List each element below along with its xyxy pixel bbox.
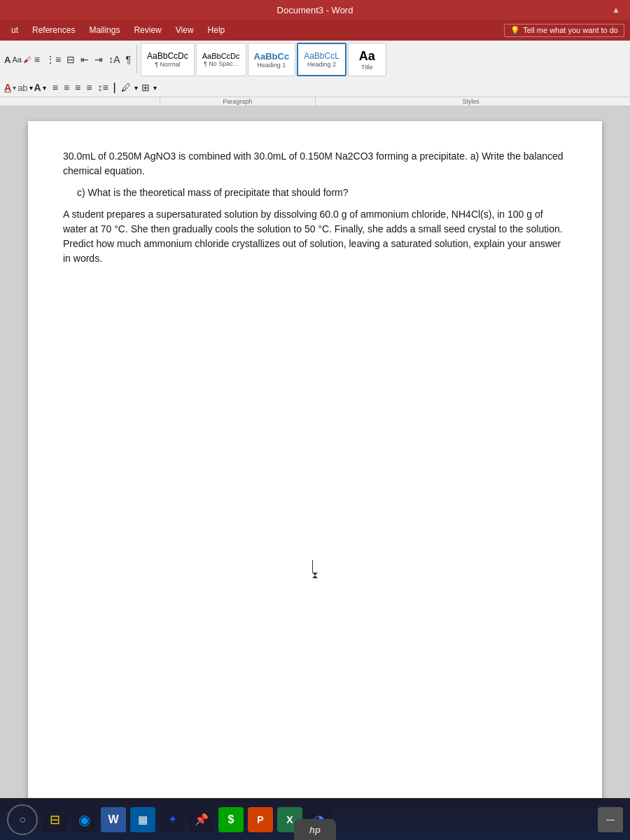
menu-layout[interactable]: ut bbox=[6, 22, 24, 38]
font-name-group: A Aa 🖌 bbox=[4, 55, 31, 65]
paintbucket-icon[interactable]: 🖌 bbox=[23, 55, 31, 64]
menu-bar: ut References Mailings Review View Help … bbox=[0, 20, 630, 41]
folder-icon: ⊟ bbox=[50, 812, 60, 827]
bullet-list-icon[interactable]: ≡ bbox=[32, 52, 42, 66]
taskbar-dropbox[interactable]: ✦ bbox=[160, 807, 185, 832]
style-nospace-preview: AaBbCcDc bbox=[202, 52, 240, 60]
numbered-list-icon[interactable]: ⋮≡ bbox=[43, 52, 63, 66]
document-page[interactable]: 30.0mL of 0.250M AgNO3 is combined with … bbox=[28, 121, 602, 826]
ribbon: A Aa 🖌 ≡ ⋮≡ ⊟ ⇤ ⇥ ↕A ¶ AaBbCcDc ¶ Normal bbox=[0, 41, 630, 107]
style-title-preview: Aa bbox=[359, 49, 375, 64]
style-nospace-label: ¶ No Spac... bbox=[204, 60, 238, 67]
highlight-color[interactable]: ab bbox=[18, 83, 27, 93]
menu-view[interactable]: View bbox=[170, 22, 200, 38]
ribbon-row1: A Aa 🖌 ≡ ⋮≡ ⊟ ⇤ ⇥ ↕A ¶ AaBbCcDc ¶ Normal bbox=[0, 41, 630, 78]
style-h1-label: Heading 1 bbox=[257, 62, 286, 69]
shading-dropdown[interactable]: ▾ bbox=[134, 84, 138, 92]
taskbar-system[interactable]: — bbox=[598, 807, 623, 832]
line-spacing-icon[interactable]: ↕≡ bbox=[95, 80, 110, 94]
edge-icon: ◉ bbox=[78, 811, 90, 828]
ppt-icon: P bbox=[257, 814, 263, 825]
style-h1-preview: AaBbCc bbox=[254, 51, 290, 62]
font-A-big[interactable]: A bbox=[34, 82, 41, 93]
font-A-dropdown[interactable]: ▾ bbox=[43, 84, 46, 92]
show-formatting-icon[interactable]: ¶ bbox=[124, 52, 134, 66]
sort-icon[interactable]: ↕A bbox=[106, 52, 122, 66]
menu-references[interactable]: References bbox=[27, 22, 80, 38]
align-group: ≡ ≡ ≡ ≡ ↕≡ | 🖊 ▾ ⊞ ▾ bbox=[50, 80, 157, 94]
shading-icon[interactable]: 🖊 bbox=[119, 80, 133, 94]
style-normal[interactable]: AaBbCcDc ¶ Normal bbox=[141, 43, 195, 76]
calendar-icon: ▦ bbox=[138, 813, 148, 826]
taskbar-ppt[interactable]: P bbox=[248, 807, 273, 832]
title-bar: Document3 - Word ▲ bbox=[0, 0, 630, 20]
label-font bbox=[4, 97, 160, 106]
style-h2-label: Heading 2 bbox=[307, 61, 336, 68]
align-right-icon[interactable]: ≡ bbox=[84, 80, 94, 94]
align-equiv-icon[interactable]: ≡ bbox=[50, 80, 60, 94]
menu-review[interactable]: Review bbox=[128, 22, 167, 38]
paragraph-3: A student prepares a supersaturated solu… bbox=[63, 207, 567, 266]
taskbar-notes[interactable]: 📌 bbox=[189, 807, 214, 832]
ribbon-row2: A ▾ ab ▾ A ▾ ≡ ≡ ≡ ≡ ↕≡ | 🖊 ▾ ⊞ ▾ bbox=[0, 78, 630, 97]
align-left-icon[interactable]: ≡ bbox=[62, 80, 71, 94]
styles-cards: AaBbCcDc ¶ Normal AaBbCcDc ¶ No Spac... … bbox=[141, 43, 386, 76]
taskbar-calendar[interactable]: ▦ bbox=[130, 807, 155, 832]
ribbon-group-labels: Paragraph Styles bbox=[0, 97, 630, 106]
font-label-aa[interactable]: Aa bbox=[12, 55, 21, 64]
style-heading1[interactable]: AaBbCc Heading 1 bbox=[248, 43, 296, 76]
paragraph-1: 30.0mL of 0.250M AgNO3 is combined with … bbox=[63, 149, 567, 178]
hp-logo: hp bbox=[294, 819, 336, 840]
sep1 bbox=[136, 46, 137, 74]
multilevel-list-icon[interactable]: ⊟ bbox=[64, 52, 77, 66]
text-cursor bbox=[312, 558, 318, 578]
menu-mailings[interactable]: Mailings bbox=[83, 22, 125, 38]
borders-icon[interactable]: ⊞ bbox=[139, 80, 152, 94]
app-icon: ▲ bbox=[612, 5, 620, 15]
dollar-icon: $ bbox=[228, 813, 234, 826]
spacing-sep: | bbox=[113, 81, 116, 94]
hp-text: hp bbox=[309, 825, 321, 835]
increase-indent-icon[interactable]: ⇥ bbox=[92, 52, 105, 66]
taskbar: ○ ⊟ ◉ W ▦ ✦ 📌 $ P bbox=[0, 798, 630, 840]
word-icon: W bbox=[108, 813, 118, 826]
menu-help[interactable]: Help bbox=[202, 22, 231, 38]
tell-me-text: Tell me what you want to do bbox=[523, 26, 618, 34]
style-nospace[interactable]: AaBbCcDc ¶ No Spac... bbox=[196, 43, 246, 76]
dropbox-icon: ✦ bbox=[168, 813, 177, 826]
label-paragraph: Paragraph bbox=[160, 97, 316, 106]
taskbar-edge[interactable]: ◉ bbox=[71, 807, 97, 832]
font-color-dropdown[interactable]: ▾ bbox=[13, 84, 16, 92]
note-icon: 📌 bbox=[195, 813, 209, 826]
paragraph-2: c) What is the theoretical mass of preci… bbox=[77, 186, 567, 200]
style-title[interactable]: Aa Title bbox=[348, 43, 386, 76]
taskbar-search[interactable]: ○ bbox=[7, 804, 38, 835]
style-heading2[interactable]: AaBbCcL Heading 2 bbox=[297, 43, 346, 76]
window-controls[interactable]: ▲ bbox=[612, 5, 624, 15]
excel-icon: X bbox=[286, 814, 293, 825]
app-title: Document3 - Word bbox=[277, 5, 354, 15]
font-superscript-a: A bbox=[4, 55, 10, 65]
style-h2-preview: AaBbCcL bbox=[304, 51, 340, 61]
taskbar-finance[interactable]: $ bbox=[218, 807, 244, 832]
lightbulb-icon: 💡 bbox=[510, 26, 520, 35]
minimize-icon: — bbox=[606, 815, 615, 825]
decrease-indent-icon[interactable]: ⇤ bbox=[78, 52, 91, 66]
highlight-dropdown[interactable]: ▾ bbox=[29, 84, 33, 92]
taskbar-file-explorer[interactable]: ⊟ bbox=[42, 807, 67, 832]
taskbar-word[interactable]: W bbox=[101, 807, 126, 832]
style-title-label: Title bbox=[361, 64, 373, 71]
font-format-group: A ▾ ab ▾ A ▾ bbox=[4, 82, 46, 93]
label-styles: Styles bbox=[316, 97, 626, 106]
circle-icon: ○ bbox=[19, 813, 26, 826]
borders-dropdown[interactable]: ▾ bbox=[153, 84, 157, 92]
list-indent-group: ≡ ⋮≡ ⊟ ⇤ ⇥ ↕A ¶ bbox=[32, 52, 133, 66]
style-normal-label: ¶ Normal bbox=[155, 61, 180, 68]
tell-me-input[interactable]: 💡 Tell me what you want to do bbox=[504, 24, 624, 37]
align-center-icon[interactable]: ≡ bbox=[73, 80, 83, 94]
font-color-A[interactable]: A bbox=[4, 82, 11, 93]
document-area: 30.0mL of 0.250M AgNO3 is combined with … bbox=[0, 107, 630, 840]
style-normal-preview: AaBbCcDc bbox=[147, 51, 188, 61]
